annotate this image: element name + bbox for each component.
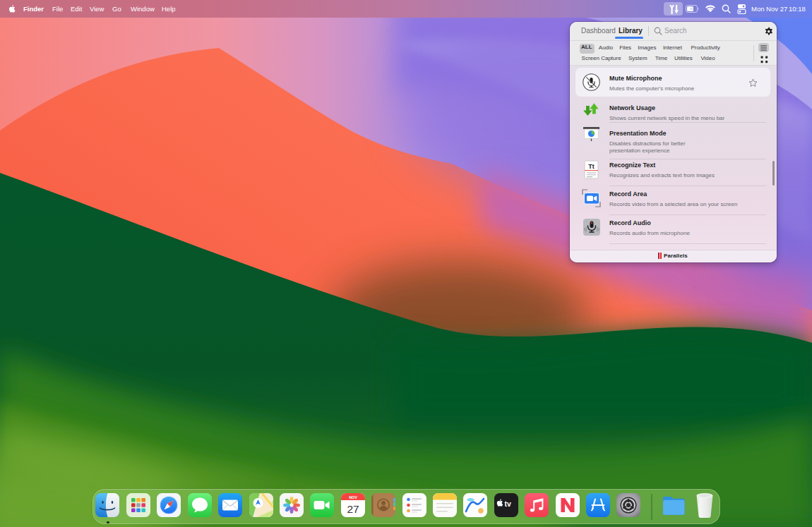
svg-text:Tt: Tt	[588, 163, 595, 170]
svg-text:tv: tv	[505, 499, 511, 508]
svg-text:NOV: NOV	[349, 495, 357, 499]
svg-text:27: 27	[347, 503, 359, 515]
